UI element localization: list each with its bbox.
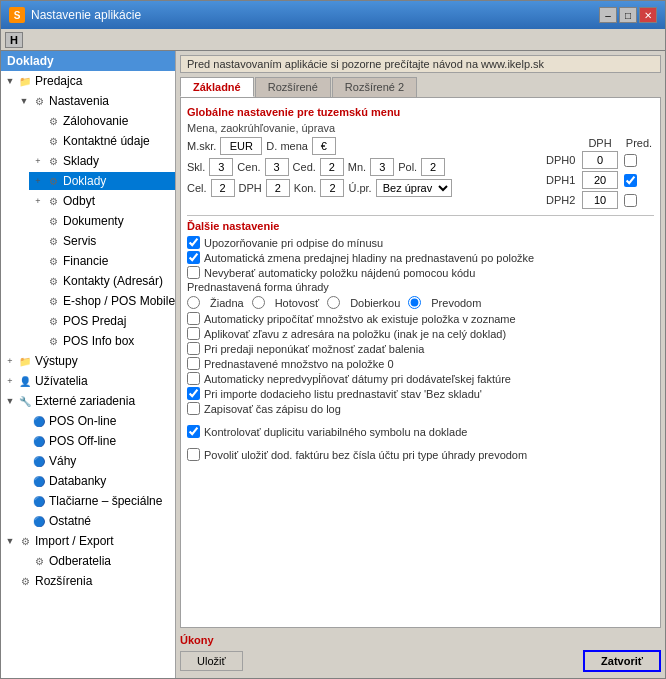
close-button-action[interactable]: Zatvoriť bbox=[583, 650, 661, 672]
radio-hotovost[interactable] bbox=[252, 296, 265, 309]
sidebar-item-sklady[interactable]: + ⚙ Sklady bbox=[1, 151, 175, 171]
kon-label: Kon. bbox=[294, 182, 317, 194]
tab-zakladne[interactable]: Základné bbox=[180, 77, 254, 97]
sidebar-item-dokumenty[interactable]: ⚙ Dokumenty bbox=[1, 211, 175, 231]
sidebar-item-nastavenia[interactable]: ▼ ⚙ Nastavenia bbox=[1, 91, 175, 111]
cb4-input[interactable] bbox=[187, 312, 200, 325]
expand-icon: + bbox=[31, 196, 45, 206]
sidebar-item-uzivtatelia[interactable]: + 👤 Užívatelia bbox=[1, 371, 175, 391]
expand-icon: + bbox=[3, 356, 17, 366]
radio-prevodom-label: Prevodom bbox=[431, 297, 481, 309]
gear-icon: ⚙ bbox=[45, 213, 61, 229]
sidebar-item-import-export[interactable]: ▼ ⚙ Import / Export bbox=[1, 531, 175, 551]
cb8-label: Automaticky nepredvypĺňovať dátumy pri d… bbox=[204, 373, 511, 385]
checkbox-aplikovat: Aplikovať zľavu z adresára na položku (i… bbox=[187, 327, 654, 340]
ced-input[interactable] bbox=[320, 158, 344, 176]
sidebar-item-kontakty[interactable]: ⚙ Kontakty (Adresár) bbox=[1, 271, 175, 291]
mskr-input[interactable] bbox=[220, 137, 262, 155]
sidebar-item-rozsirenia[interactable]: ⚙ Rozšírenia bbox=[1, 571, 175, 591]
radio-ziadna[interactable] bbox=[187, 296, 200, 309]
cb1-input[interactable] bbox=[187, 236, 200, 249]
sidebar-item-financie[interactable]: ⚙ Financie bbox=[1, 251, 175, 271]
dmena-input[interactable] bbox=[312, 137, 336, 155]
skl-input[interactable] bbox=[209, 158, 233, 176]
gear-icon: ⚙ bbox=[45, 313, 61, 329]
gear-icon: ⚙ bbox=[45, 273, 61, 289]
cb2-input[interactable] bbox=[187, 251, 200, 264]
dph1-input[interactable] bbox=[582, 171, 618, 189]
radio-prevodom[interactable] bbox=[408, 296, 421, 309]
dph-input[interactable] bbox=[266, 179, 290, 197]
divider1 bbox=[187, 215, 654, 216]
expand-icon: + bbox=[3, 376, 17, 386]
sidebar-item-kontaktne[interactable]: ⚙ Kontaktné údaje bbox=[1, 131, 175, 151]
info-bar: Pred nastavovaním aplikácie si pozorne p… bbox=[180, 55, 661, 73]
title-bar: S Nastavenie aplikácie – □ ✕ bbox=[1, 1, 665, 29]
h-button[interactable]: H bbox=[5, 32, 23, 48]
dph1-checkbox[interactable] bbox=[624, 174, 637, 187]
cb9-label: Pri importe dodacieho listu prednastaviť… bbox=[204, 388, 482, 400]
blue-icon: 🔵 bbox=[31, 493, 47, 509]
gear-icon: ⚙ bbox=[31, 553, 47, 569]
user-icon: 👤 bbox=[17, 373, 33, 389]
dph-header bbox=[546, 137, 576, 149]
cb5-input[interactable] bbox=[187, 327, 200, 340]
save-button[interactable]: Uložiť bbox=[180, 651, 243, 671]
dph-col-header: DPH bbox=[582, 137, 618, 149]
sidebar: Doklady ▼ 📁 Predajca ▼ ⚙ Nastavenia bbox=[1, 51, 176, 678]
kon-input[interactable] bbox=[320, 179, 344, 197]
tab-rozsirene2[interactable]: Rozšírené 2 bbox=[332, 77, 417, 97]
sidebar-item-odbyt[interactable]: + ⚙ Odbyt bbox=[1, 191, 175, 211]
main-window: S Nastavenie aplikácie – □ ✕ H Doklady ▼… bbox=[0, 0, 666, 679]
cb3-label: Nevyberať automaticky položku nájdenú po… bbox=[204, 267, 475, 279]
blue-icon: 🔵 bbox=[31, 473, 47, 489]
cb12-input[interactable] bbox=[187, 448, 200, 461]
sidebar-item-pos-info-box[interactable]: ⚙ POS Info box bbox=[1, 331, 175, 351]
upr-label: Ú.pr. bbox=[348, 182, 371, 194]
cb11-input[interactable] bbox=[187, 425, 200, 438]
tab-rozsirene[interactable]: Rozšírené bbox=[255, 77, 331, 97]
cb10-input[interactable] bbox=[187, 402, 200, 415]
expand-icon: ▼ bbox=[3, 76, 17, 86]
sidebar-item-predajca[interactable]: ▼ 📁 Predajca bbox=[1, 71, 175, 91]
ukon-label: Úkony bbox=[180, 634, 214, 646]
sidebar-item-doklady[interactable]: + ⚙ Doklady bbox=[1, 171, 175, 191]
sidebar-item-externe[interactable]: ▼ 🔧 Externé zariadenia bbox=[1, 391, 175, 411]
sidebar-item-databanky[interactable]: 🔵 Databanky bbox=[1, 471, 175, 491]
cen-input[interactable] bbox=[265, 158, 289, 176]
sidebar-item-pos-offline[interactable]: 🔵 POS Off-line bbox=[1, 431, 175, 451]
sidebar-item-pos-predaj[interactable]: ⚙ POS Predaj bbox=[1, 311, 175, 331]
sidebar-item-ostatne[interactable]: 🔵 Ostatné bbox=[1, 511, 175, 531]
dph0-input[interactable] bbox=[582, 151, 618, 169]
cb6-input[interactable] bbox=[187, 342, 200, 355]
pred-col-header: Pred. bbox=[624, 137, 654, 149]
cb7-input[interactable] bbox=[187, 357, 200, 370]
minimize-button[interactable]: – bbox=[599, 7, 617, 23]
sidebar-item-pos-online[interactable]: 🔵 POS On-line bbox=[1, 411, 175, 431]
dph2-checkbox[interactable] bbox=[624, 194, 637, 207]
tab-bar: Základné Rozšírené Rozšírené 2 bbox=[180, 77, 661, 97]
sidebar-item-vystupy[interactable]: + 📁 Výstupy bbox=[1, 351, 175, 371]
cel-input[interactable] bbox=[211, 179, 235, 197]
pol-input[interactable] bbox=[421, 158, 445, 176]
window-controls: – □ ✕ bbox=[599, 7, 657, 23]
sidebar-item-tlaciarne[interactable]: 🔵 Tlačiarne – špeciálne bbox=[1, 491, 175, 511]
checkbox-nevyberat: Nevyberať automaticky položku nájdenú po… bbox=[187, 266, 654, 279]
sidebar-item-vahy[interactable]: 🔵 Váhy bbox=[1, 451, 175, 471]
close-button[interactable]: ✕ bbox=[639, 7, 657, 23]
cb3-input[interactable] bbox=[187, 266, 200, 279]
mn-input[interactable] bbox=[370, 158, 394, 176]
sidebar-item-odberatelia[interactable]: ⚙ Odberatelia bbox=[1, 551, 175, 571]
expand-icon: + bbox=[31, 156, 45, 166]
upr-select[interactable]: Bez úprav Nahor Nadol bbox=[376, 179, 452, 197]
cb11-label: Kontrolovať duplicitu variabilného symbo… bbox=[204, 426, 467, 438]
cb9-input[interactable] bbox=[187, 387, 200, 400]
radio-dobierkou[interactable] bbox=[327, 296, 340, 309]
dph2-input[interactable] bbox=[582, 191, 618, 209]
dph0-checkbox[interactable] bbox=[624, 154, 637, 167]
maximize-button[interactable]: □ bbox=[619, 7, 637, 23]
sidebar-item-zalohovanie[interactable]: ⚙ Zálohovanie bbox=[1, 111, 175, 131]
sidebar-item-servis[interactable]: ⚙ Servis bbox=[1, 231, 175, 251]
sidebar-item-eshop[interactable]: ⚙ E-shop / POS Mobile bbox=[1, 291, 175, 311]
cb8-input[interactable] bbox=[187, 372, 200, 385]
